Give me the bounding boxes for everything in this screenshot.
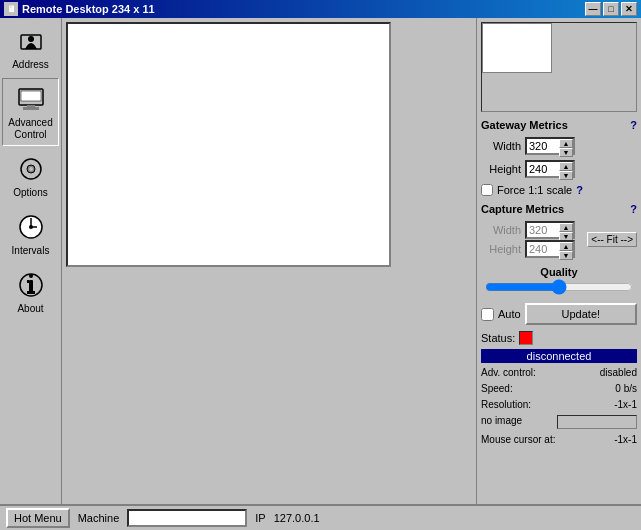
- capture-height-label: Height: [481, 243, 521, 255]
- quality-section: Quality: [481, 264, 637, 296]
- machine-label: Machine: [78, 512, 120, 524]
- gateway-height-label: Height: [481, 163, 521, 175]
- gateway-width-row: Width ▲ ▼: [481, 137, 637, 155]
- gateway-width-arrows: ▲ ▼: [559, 139, 573, 153]
- capture-metrics-header: Capture Metrics ?: [481, 201, 637, 217]
- window-icon: 🖥: [4, 2, 18, 16]
- sidebar-item-about[interactable]: About: [2, 264, 59, 320]
- capture-height-up[interactable]: ▲: [559, 242, 573, 251]
- speed-value: 0 b/s: [615, 383, 637, 394]
- sidebar-item-intervals[interactable]: Intervals: [2, 206, 59, 262]
- gateway-width-up[interactable]: ▲: [559, 139, 573, 148]
- about-label: About: [17, 303, 43, 315]
- mouse-cursor-label: Mouse cursor at:: [481, 434, 555, 445]
- resolution-label: Resolution:: [481, 399, 531, 410]
- no-image-label: no image: [481, 415, 522, 429]
- status-label: Status:: [481, 332, 515, 344]
- capture-height-arrows: ▲ ▼: [559, 242, 573, 256]
- status-light: [519, 331, 533, 345]
- force-scale-label: Force 1:1 scale: [497, 184, 572, 196]
- options-label: Options: [13, 187, 47, 199]
- hot-menu-button[interactable]: Hot Menu: [6, 508, 70, 528]
- sidebar: Address AdvancedControl: [0, 18, 62, 504]
- about-icon: [15, 269, 47, 301]
- gateway-height-arrows: ▲ ▼: [559, 162, 573, 176]
- auto-update-row: Auto Update!: [481, 303, 637, 325]
- capture-metrics-help[interactable]: ?: [630, 203, 637, 215]
- advanced-control-label: AdvancedControl: [8, 117, 52, 141]
- address-icon: [15, 25, 47, 57]
- gateway-height-row: Height ▲ ▼: [481, 160, 637, 178]
- status-row: Status:: [481, 331, 637, 345]
- preview-box: [481, 22, 637, 112]
- gateway-width-spinbox[interactable]: ▲ ▼: [525, 137, 575, 155]
- preview-thumbnail: [482, 23, 552, 73]
- advanced-control-icon: [15, 83, 47, 115]
- svg-point-14: [29, 274, 33, 278]
- svg-rect-3: [21, 91, 41, 101]
- options-icon: [15, 153, 47, 185]
- mouse-cursor-value: -1x-1: [614, 434, 637, 445]
- resolution-row: Resolution: -1x-1: [481, 399, 637, 410]
- auto-checkbox[interactable]: [481, 308, 494, 321]
- adv-control-label: Adv. control:: [481, 367, 536, 378]
- sidebar-item-advanced-control[interactable]: AdvancedControl: [2, 78, 59, 146]
- window-controls: — □ ✕: [585, 2, 637, 16]
- capture-width-label: Width: [481, 224, 521, 236]
- gateway-height-down[interactable]: ▼: [559, 171, 573, 180]
- no-image-row: no image: [481, 415, 637, 429]
- main-container: Address AdvancedControl: [0, 18, 641, 530]
- capture-width-spinbox[interactable]: ▲ ▼: [525, 221, 575, 239]
- window-title: Remote Desktop 234 x 11: [22, 3, 155, 15]
- ip-value: 127.0.0.1: [274, 512, 320, 524]
- capture-width-up[interactable]: ▲: [559, 223, 573, 232]
- capture-height-down[interactable]: ▼: [559, 251, 573, 260]
- sidebar-item-options[interactable]: Options: [2, 148, 59, 204]
- force-scale-row: Force 1:1 scale ?: [481, 184, 637, 196]
- close-button[interactable]: ✕: [621, 2, 637, 16]
- capture-width-row: Width ▲ ▼: [481, 221, 585, 239]
- svg-rect-17: [27, 291, 35, 294]
- svg-rect-16: [27, 280, 29, 283]
- adv-control-value: disabled: [600, 367, 637, 378]
- capture-metrics-label: Capture Metrics: [481, 203, 564, 215]
- gateway-width-label: Width: [481, 140, 521, 152]
- address-label: Address: [12, 59, 49, 71]
- gateway-width-down[interactable]: ▼: [559, 148, 573, 157]
- capture-height-spinbox[interactable]: ▲ ▼: [525, 240, 575, 258]
- gateway-height-spinbox[interactable]: ▲ ▼: [525, 160, 575, 178]
- fit-button[interactable]: <-- Fit -->: [587, 232, 637, 247]
- machine-input[interactable]: [127, 509, 247, 527]
- adv-control-row: Adv. control: disabled: [481, 367, 637, 378]
- capture-width-arrows: ▲ ▼: [559, 223, 573, 237]
- auto-label: Auto: [498, 308, 521, 320]
- quality-slider[interactable]: [485, 280, 633, 294]
- quality-label: Quality: [481, 266, 637, 278]
- update-button[interactable]: Update!: [525, 303, 637, 325]
- gateway-metrics-header: Gateway Metrics ?: [481, 117, 637, 133]
- status-bar: disconnected: [481, 349, 637, 363]
- bottom-bar: Hot Menu Machine IP 127.0.0.1: [0, 504, 641, 530]
- sidebar-item-address[interactable]: Address: [2, 20, 59, 76]
- intervals-label: Intervals: [12, 245, 50, 257]
- content-area: Address AdvancedControl: [0, 18, 641, 504]
- speed-row: Speed: 0 b/s: [481, 383, 637, 394]
- maximize-button[interactable]: □: [603, 2, 619, 16]
- remote-desktop-canvas[interactable]: [66, 22, 391, 267]
- right-panel: Gateway Metrics ? Width ▲ ▼ Height: [476, 18, 641, 504]
- speed-label: Speed:: [481, 383, 513, 394]
- ip-label: IP: [255, 512, 265, 524]
- minimize-button[interactable]: —: [585, 2, 601, 16]
- gateway-metrics-label: Gateway Metrics: [481, 119, 568, 131]
- capture-height-row: Height ▲ ▼: [481, 240, 585, 258]
- intervals-icon: [15, 211, 47, 243]
- gateway-metrics-help[interactable]: ?: [630, 119, 637, 131]
- title-bar: 🖥 Remote Desktop 234 x 11 — □ ✕: [0, 0, 641, 18]
- mouse-cursor-row: Mouse cursor at: -1x-1: [481, 434, 637, 445]
- force-scale-help[interactable]: ?: [576, 184, 583, 196]
- force-scale-checkbox[interactable]: [481, 184, 493, 196]
- canvas-area: [62, 18, 476, 504]
- gateway-height-up[interactable]: ▲: [559, 162, 573, 171]
- svg-point-8: [29, 167, 33, 171]
- svg-point-1: [28, 36, 34, 42]
